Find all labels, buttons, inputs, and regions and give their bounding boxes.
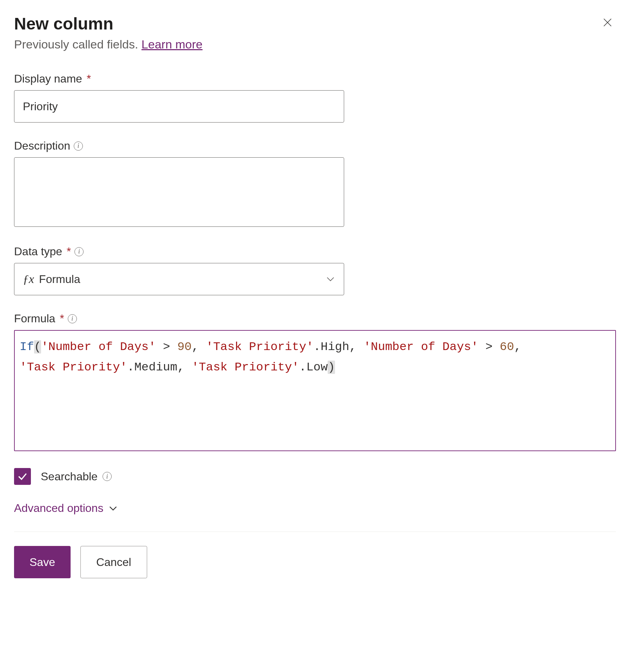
required-mark: *: [84, 72, 91, 85]
data-type-value: Formula: [39, 273, 80, 286]
description-field: Description i: [14, 139, 616, 228]
advanced-options-toggle[interactable]: Advanced options: [14, 502, 616, 515]
info-icon[interactable]: i: [74, 141, 83, 151]
display-name-input[interactable]: [14, 90, 344, 123]
save-button[interactable]: Save: [14, 546, 71, 578]
required-mark: *: [64, 245, 71, 258]
display-name-label: Display name *: [14, 72, 616, 85]
close-icon: [603, 18, 612, 27]
data-type-label: Data type * i: [14, 245, 616, 258]
info-icon[interactable]: i: [68, 314, 77, 323]
panel-title: New column: [14, 14, 616, 33]
fx-icon: ƒx: [23, 272, 34, 286]
check-icon: [17, 471, 28, 482]
data-type-field: Data type * i ƒx Formula: [14, 245, 616, 295]
info-icon[interactable]: i: [103, 472, 112, 481]
required-mark: *: [57, 312, 64, 325]
cancel-button[interactable]: Cancel: [80, 546, 147, 578]
description-label: Description i: [14, 139, 616, 152]
description-input[interactable]: [14, 157, 344, 227]
subtitle-text: Previously called fields.: [14, 38, 142, 51]
searchable-label: Searchable i: [41, 470, 112, 483]
new-column-panel: New column Previously called fields. Lea…: [14, 14, 616, 578]
learn-more-link[interactable]: Learn more: [142, 38, 203, 51]
display-name-field: Display name *: [14, 72, 616, 123]
data-type-select[interactable]: ƒx Formula: [14, 263, 344, 295]
info-icon[interactable]: i: [74, 247, 84, 256]
formula-editor[interactable]: If('Number of Days' > 90, 'Task Priority…: [14, 330, 616, 451]
formula-field: Formula * i If('Number of Days' > 90, 'T…: [14, 312, 616, 451]
panel-subtitle: Previously called fields. Learn more: [14, 38, 616, 51]
chevron-down-icon: [108, 503, 118, 513]
searchable-checkbox[interactable]: [14, 468, 31, 485]
searchable-row: Searchable i: [14, 468, 616, 485]
formula-label: Formula * i: [14, 312, 616, 325]
close-button[interactable]: [599, 14, 616, 31]
chevron-down-icon: [326, 274, 335, 284]
panel-footer: Save Cancel: [14, 532, 616, 578]
